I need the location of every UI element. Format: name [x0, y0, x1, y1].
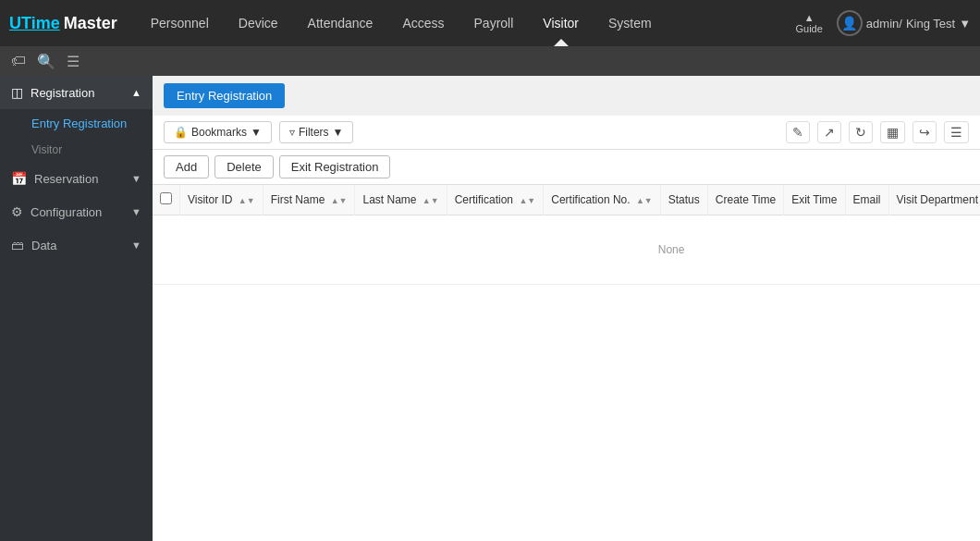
filters-button[interactable]: ▿ Filters ▼: [279, 121, 354, 143]
sort-visitor-id[interactable]: ▲▼: [239, 196, 255, 205]
content-area: Entry Registration 🔒 Bookmarks ▼ ▿ Filte…: [153, 76, 980, 541]
logo-master: Master: [64, 14, 117, 33]
configuration-icon: ⚙: [11, 204, 23, 219]
guide-button[interactable]: ▲ Guide: [795, 12, 822, 34]
columns-icon-btn[interactable]: ▦: [880, 121, 905, 143]
data-icon: 🗃: [11, 238, 24, 252]
edit-icon-btn[interactable]: ✎: [786, 121, 810, 143]
nav-item-visitor[interactable]: Visitor: [528, 0, 594, 46]
user-avatar: 👤: [837, 10, 863, 36]
top-navigation: UTime Master Personnel Device Attendance…: [0, 0, 980, 46]
search-icon[interactable]: 🔍: [37, 53, 55, 70]
nav-item-device[interactable]: Device: [224, 0, 293, 46]
user-admin-label: admin/: [866, 17, 902, 31]
registration-icon: ◫: [11, 85, 23, 100]
table-col-create-time: Create Time: [707, 185, 783, 215]
guide-label: Guide: [795, 23, 822, 34]
registration-chevron: ▲: [131, 87, 141, 98]
nav-items: Personnel Device Attendance Access Payro…: [136, 0, 796, 46]
sidebar-item-configuration[interactable]: ⚙ Configuration ▼: [0, 195, 153, 228]
settings-icon-btn[interactable]: ☰: [944, 121, 969, 143]
data-chevron: ▼: [131, 240, 141, 251]
nav-item-attendance[interactable]: Attendance: [293, 0, 388, 46]
sidebar-registration-label: Registration: [31, 86, 94, 100]
logo-utime: UTime: [9, 14, 60, 33]
bookmarks-label: Bookmarks: [191, 126, 247, 139]
page-header: Entry Registration: [153, 76, 980, 116]
action-row: Add Delete Exit Registration: [153, 150, 980, 185]
main-layout: ◫ Registration ▲ Entry Registration Visi…: [0, 76, 980, 541]
user-dropdown-icon: ▼: [959, 17, 971, 31]
filter-icon: ▿: [289, 126, 295, 139]
bookmark-icon: 🔒: [174, 126, 188, 139]
filters-chevron: ▼: [333, 126, 344, 139]
nav-item-payroll[interactable]: Payroll: [459, 0, 529, 46]
sidebar: ◫ Registration ▲ Entry Registration Visi…: [0, 76, 153, 541]
table-col-checkbox: [153, 185, 180, 215]
table-col-visit-dept: Visit Department: [888, 185, 980, 215]
delete-button[interactable]: Delete: [214, 155, 274, 178]
sidebar-item-entry-registration[interactable]: Entry Registration: [0, 109, 153, 138]
sort-first-name[interactable]: ▲▼: [331, 196, 348, 205]
filters-label: Filters: [299, 126, 329, 139]
nav-item-personnel[interactable]: Personnel: [136, 0, 224, 46]
visitor-table: Visitor ID ▲▼ First Name ▲▼ Last Name ▲▼: [153, 185, 980, 285]
table-empty-row: None: [153, 215, 980, 285]
table-col-cert-no: Certification No. ▲▼: [544, 185, 661, 215]
tag-icon[interactable]: 🏷: [11, 53, 26, 69]
nav-item-access[interactable]: Access: [387, 0, 459, 46]
nav-item-system[interactable]: System: [594, 0, 667, 46]
sidebar-visitor-label: Visitor: [0, 138, 153, 162]
empty-text: None: [153, 215, 980, 285]
sidebar-item-data[interactable]: 🗃 Data ▼: [0, 228, 153, 262]
reservation-icon: 📅: [11, 171, 27, 186]
select-all-checkbox[interactable]: [160, 192, 172, 204]
app-logo[interactable]: UTime Master: [9, 14, 117, 33]
sort-last-name[interactable]: ▲▼: [423, 196, 439, 205]
expand-icon-btn[interactable]: ↗: [817, 121, 841, 143]
table-col-first-name: First Name ▲▼: [263, 185, 355, 215]
sort-certification[interactable]: ▲▼: [519, 196, 535, 205]
refresh-icon-btn[interactable]: ↻: [849, 121, 873, 143]
table-col-last-name: Last Name ▲▼: [355, 185, 447, 215]
table-col-status: Status: [660, 185, 707, 215]
nav-right: ▲ Guide 👤 admin/King Test ▼: [795, 10, 971, 36]
sidebar-configuration-label: Configuration: [31, 205, 102, 219]
content-toolbar: 🔒 Bookmarks ▼ ▿ Filters ▼ ✎ ↗ ↻ ▦ ↪ ☰: [153, 116, 980, 150]
table-col-email: Email: [845, 185, 888, 215]
table-col-visitor-id: Visitor ID ▲▼: [180, 185, 263, 215]
table-header-row: Visitor ID ▲▼ First Name ▲▼ Last Name ▲▼: [153, 185, 980, 215]
sub-toolbar: 🏷 🔍 ☰: [0, 46, 980, 76]
table-container: Visitor ID ▲▼ First Name ▲▼ Last Name ▲▼: [153, 185, 980, 541]
bookmarks-chevron: ▼: [251, 126, 262, 139]
configuration-chevron: ▼: [131, 206, 141, 217]
sidebar-item-registration[interactable]: ◫ Registration ▲: [0, 76, 153, 109]
exit-registration-button[interactable]: Exit Registration: [279, 155, 391, 178]
user-info[interactable]: 👤 admin/King Test ▼: [837, 10, 971, 36]
user-name-label: King Test: [906, 17, 955, 31]
sidebar-data-label: Data: [31, 239, 56, 252]
sidebar-item-reservation[interactable]: 📅 Reservation ▼: [0, 162, 153, 195]
table-col-certification: Certification ▲▼: [447, 185, 544, 215]
sidebar-reservation-label: Reservation: [34, 172, 98, 186]
list-icon[interactable]: ☰: [67, 53, 80, 70]
bookmarks-button[interactable]: 🔒 Bookmarks ▼: [164, 121, 272, 143]
entry-registration-tab-button[interactable]: Entry Registration: [164, 83, 285, 108]
table-col-exit-time: Exit Time: [784, 185, 845, 215]
guide-icon: ▲: [804, 12, 815, 23]
sort-cert-no[interactable]: ▲▼: [636, 196, 653, 205]
share-icon-btn[interactable]: ↪: [913, 121, 937, 143]
add-button[interactable]: Add: [164, 155, 209, 178]
table-body: None: [153, 215, 980, 285]
reservation-chevron: ▼: [131, 173, 141, 184]
